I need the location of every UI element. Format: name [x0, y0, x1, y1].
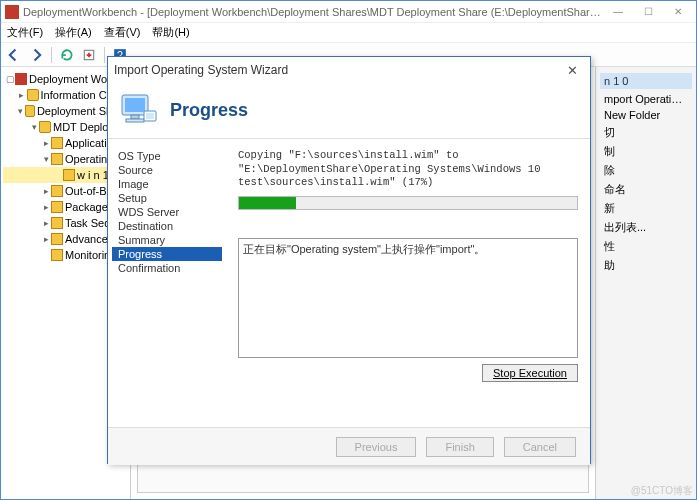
- forward-button[interactable]: [27, 46, 45, 64]
- svg-rect-8: [146, 113, 154, 119]
- action-new-folder[interactable]: New Folder: [600, 107, 692, 123]
- progress-bar: [238, 196, 578, 210]
- action-help[interactable]: 助: [600, 256, 692, 275]
- menu-help[interactable]: 帮助(H): [152, 25, 189, 40]
- svg-rect-5: [131, 115, 139, 119]
- main-window: DeploymentWorkbench - [Deployment Workbe…: [0, 0, 697, 500]
- titlebar: DeploymentWorkbench - [Deployment Workbe…: [1, 1, 696, 23]
- action-cut[interactable]: 切: [600, 123, 692, 142]
- dialog-close-button[interactable]: ✕: [560, 63, 584, 78]
- back-button[interactable]: [5, 46, 23, 64]
- step-setup[interactable]: Setup: [112, 191, 222, 205]
- actions-header: n 1 0: [600, 73, 692, 89]
- close-button[interactable]: ✕: [664, 3, 692, 21]
- dialog-content: Copying "F:\sources\install.wim" to "E:\…: [226, 139, 590, 427]
- menubar: 文件(F) 操作(A) 查看(V) 帮助(H): [1, 23, 696, 43]
- window-controls: — ☐ ✕: [604, 3, 692, 21]
- dialog-heading: Progress: [170, 100, 248, 121]
- action-delete[interactable]: 除: [600, 161, 692, 180]
- maximize-button[interactable]: ☐: [634, 3, 662, 21]
- window-title: DeploymentWorkbench - [Deployment Workbe…: [23, 6, 604, 18]
- app-icon: [5, 5, 19, 19]
- log-output[interactable]: 正在目标"Operating system"上执行操作"import"。: [238, 238, 578, 358]
- action-refresh[interactable]: 新: [600, 199, 692, 218]
- computer-icon: [118, 93, 158, 129]
- step-confirmation[interactable]: Confirmation: [112, 261, 222, 275]
- dialog-footer: Previous Finish Cancel: [108, 427, 590, 465]
- cancel-button: Cancel: [504, 437, 576, 457]
- menu-action[interactable]: 操作(A): [55, 25, 92, 40]
- dialog-header: Progress: [108, 83, 590, 139]
- finish-button: Finish: [426, 437, 493, 457]
- menu-file[interactable]: 文件(F): [7, 25, 43, 40]
- menu-view[interactable]: 查看(V): [104, 25, 141, 40]
- watermark: @51CTO博客: [631, 484, 693, 498]
- dialog-titlebar: Import Operating System Wizard ✕: [108, 57, 590, 83]
- copy-status-text: Copying "F:\sources\install.wim" to "E:\…: [238, 149, 578, 190]
- toolbar-separator: [51, 47, 52, 63]
- stop-wrap: Stop Execution: [238, 364, 578, 382]
- dialog-body: OS Type Source Image Setup WDS Server De…: [108, 139, 590, 427]
- import-wizard-dialog: Import Operating System Wizard ✕ Progres…: [107, 56, 591, 464]
- toolbar-separator-2: [104, 47, 105, 63]
- progress-fill: [239, 197, 296, 209]
- step-image[interactable]: Image: [112, 177, 222, 191]
- step-source[interactable]: Source: [112, 163, 222, 177]
- action-properties[interactable]: 性: [600, 237, 692, 256]
- refresh-button[interactable]: [58, 46, 76, 64]
- action-export-list[interactable]: 出列表...: [600, 218, 692, 237]
- step-summary[interactable]: Summary: [112, 233, 222, 247]
- export-button[interactable]: [80, 46, 98, 64]
- step-os-type[interactable]: OS Type: [112, 149, 222, 163]
- log-line: 正在目标"Operating system"上执行操作"import"。: [243, 243, 485, 255]
- step-progress[interactable]: Progress: [112, 247, 222, 261]
- minimize-button[interactable]: —: [604, 3, 632, 21]
- action-copy[interactable]: 制: [600, 142, 692, 161]
- action-import[interactable]: mport Operating Sy...: [600, 91, 692, 107]
- svg-rect-6: [126, 119, 144, 122]
- action-rename[interactable]: 命名: [600, 180, 692, 199]
- step-destination[interactable]: Destination: [112, 219, 222, 233]
- actions-pane: n 1 0 mport Operating Sy... New Folder 切…: [596, 67, 696, 499]
- stop-execution-button[interactable]: Stop Execution: [482, 364, 578, 382]
- previous-button: Previous: [336, 437, 417, 457]
- dialog-title: Import Operating System Wizard: [114, 63, 288, 77]
- wizard-steps: OS Type Source Image Setup WDS Server De…: [108, 139, 226, 427]
- svg-rect-4: [125, 98, 145, 112]
- step-wds-server[interactable]: WDS Server: [112, 205, 222, 219]
